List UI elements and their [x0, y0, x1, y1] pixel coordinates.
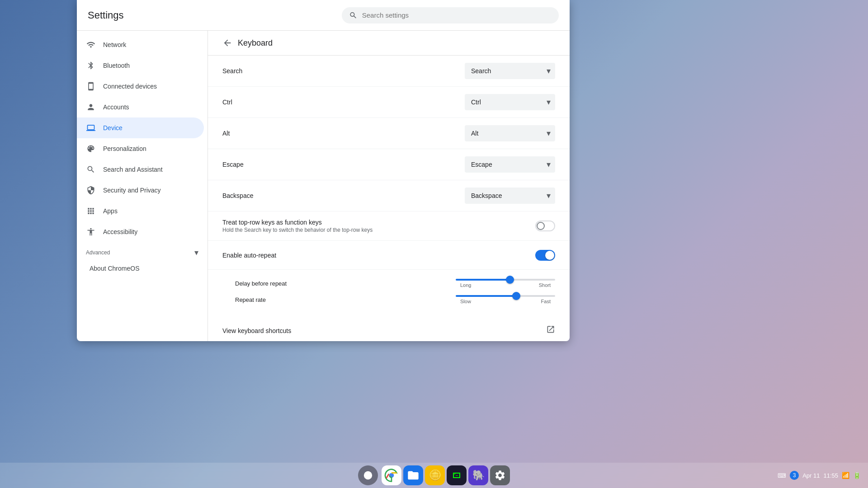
delay-min-label: Long [460, 282, 471, 288]
rate-row: Repeat rate Slow Fast [235, 291, 555, 308]
taskbar-app-terminal[interactable] [447, 465, 467, 485]
chevron-down-icon: ▾ [194, 248, 198, 258]
search-key-label: Search [222, 67, 242, 75]
advanced-section[interactable]: Advanced ▾ [77, 242, 208, 259]
security-icon [86, 185, 96, 195]
notification-badge[interactable]: 3 [790, 471, 799, 480]
backspace-key-dropdown-wrapper: Search Ctrl Alt Caps Lock Escape Backspa… [465, 188, 555, 204]
treat-toprow-row: Treat top-row keys as function keys Hold… [208, 211, 570, 241]
search-key-dropdown-wrapper: Search Ctrl Alt Caps Lock Escape Disable… [465, 63, 555, 79]
ctrl-key-dropdown[interactable]: Search Ctrl Alt Caps Lock Escape Disable… [465, 94, 555, 110]
taskbar-date: Apr 11 [802, 472, 820, 479]
search-key-dropdown[interactable]: Search Ctrl Alt Caps Lock Escape Disable… [465, 63, 555, 79]
backspace-key-row: Backspace Search Ctrl Alt Caps Lock Esca… [208, 180, 570, 211]
taskbar-time: 11:55 [823, 472, 838, 479]
rate-slider-container: Slow Fast [456, 295, 555, 304]
rate-slider-labels: Slow Fast [460, 299, 551, 304]
chrome-icon [384, 468, 399, 483]
battery-icon[interactable]: 🔋 [853, 472, 861, 479]
taskbar-app-4[interactable]: 🪙 [425, 465, 445, 485]
sidebar-item-apps[interactable]: Apps [77, 201, 204, 221]
delay-slider-labels: Long Short [460, 282, 551, 288]
sidebar-item-accessibility[interactable]: Accessibility [77, 221, 204, 242]
sidebar-label-network: Network [103, 41, 126, 48]
alt-key-row: Alt Search Ctrl Alt Caps Lock Escape Dis… [208, 118, 570, 149]
sidebar-label-device: Device [103, 124, 123, 131]
ctrl-key-label: Ctrl [222, 99, 232, 106]
taskbar-app-chrome[interactable] [382, 465, 401, 485]
wifi-icon [86, 40, 96, 50]
terminal-icon [451, 470, 462, 481]
back-button[interactable] [222, 38, 232, 48]
external-link-icon [546, 325, 555, 336]
treat-toprow-text: Treat top-row keys as function keys Hold… [222, 219, 373, 233]
search-icon [349, 11, 358, 20]
launcher-button[interactable] [358, 465, 378, 485]
palette-icon [86, 144, 96, 154]
accessibility-icon [86, 227, 96, 237]
ctrl-key-row: Ctrl Search Ctrl Alt Caps Lock Escape Di… [208, 87, 570, 118]
taskbar: 🪙 🐘 ⌨ 3 Apr 11 11:55 📶 🔋 [0, 463, 868, 488]
escape-key-dropdown[interactable]: Search Ctrl Alt Caps Lock Escape Disable… [465, 156, 555, 173]
sidebar-item-connected-devices[interactable]: Connected devices [77, 76, 204, 97]
laptop-icon [86, 123, 96, 133]
person-icon [86, 102, 96, 112]
taskbar-app-files[interactable] [403, 465, 423, 485]
bluetooth-icon [86, 61, 96, 70]
auto-repeat-toggle[interactable] [535, 250, 555, 261]
content-header: Keyboard [208, 31, 570, 56]
sidebar-label-apps: Apps [103, 207, 118, 215]
backspace-key-dropdown[interactable]: Search Ctrl Alt Caps Lock Escape Backspa… [465, 188, 555, 204]
taskbar-app-mastodon[interactable]: 🐘 [468, 465, 488, 485]
auto-repeat-label: Enable auto-repeat [222, 252, 276, 259]
sidebar-label-search-assistant: Search and Assistant [103, 166, 163, 173]
auto-repeat-toggle-knob [545, 251, 554, 260]
sidebar-item-personalization[interactable]: Personalization [77, 138, 204, 159]
delay-section: Delay before repeat Long Short Repeat ra… [208, 270, 570, 317]
settings-header: Settings [77, 0, 570, 31]
escape-key-dropdown-wrapper: Search Ctrl Alt Caps Lock Escape Disable… [465, 156, 555, 173]
sidebar-label-accessibility: Accessibility [103, 228, 137, 235]
search-assistant-icon [86, 164, 96, 174]
settings-icon [494, 469, 506, 481]
alt-key-dropdown[interactable]: Search Ctrl Alt Caps Lock Escape Disable… [465, 125, 555, 141]
sidebar-label-connected-devices: Connected devices [103, 83, 157, 90]
backspace-key-label: Backspace [222, 192, 253, 199]
sidebar-label-security-privacy: Security and Privacy [103, 187, 161, 194]
rate-slider[interactable] [456, 295, 555, 297]
input-method-icon[interactable]: ⌨ [778, 472, 786, 479]
ctrl-key-dropdown-wrapper: Search Ctrl Alt Caps Lock Escape Disable… [465, 94, 555, 110]
sidebar-label-personalization: Personalization [103, 145, 146, 152]
sidebar: Network Bluetooth Connected devices [77, 31, 208, 341]
keyboard-shortcuts-label: View keyboard shortcuts [222, 327, 291, 334]
rate-min-label: Slow [460, 299, 471, 304]
keyboard-shortcuts-row[interactable]: View keyboard shortcuts [208, 317, 570, 341]
rate-max-label: Fast [541, 299, 551, 304]
svg-point-0 [364, 471, 372, 479]
advanced-label: Advanced [86, 249, 110, 256]
treat-toprow-toggle[interactable] [535, 221, 555, 231]
sidebar-item-device[interactable]: Device [77, 117, 204, 138]
app-title: Settings [88, 9, 124, 21]
sidebar-item-about-chromeos[interactable]: About ChromeOS [77, 259, 204, 277]
taskbar-app-settings[interactable] [490, 465, 510, 485]
sidebar-item-search-assistant[interactable]: Search and Assistant [77, 159, 204, 180]
content-title: Keyboard [238, 38, 273, 48]
auto-repeat-row: Enable auto-repeat [208, 241, 570, 270]
sidebar-item-network[interactable]: Network [77, 34, 204, 55]
files-icon [407, 469, 420, 482]
treat-toprow-sublabel: Hold the Search key to switch the behavi… [222, 227, 373, 233]
delay-slider[interactable] [456, 279, 555, 281]
sidebar-label-accounts: Accounts [103, 103, 129, 111]
sidebar-item-accounts[interactable]: Accounts [77, 97, 204, 117]
system-tray: ⌨ 3 Apr 11 11:55 📶 🔋 [778, 471, 861, 480]
search-input[interactable] [362, 11, 552, 19]
delay-label: Delay before repeat [235, 280, 298, 287]
sidebar-item-security-privacy[interactable]: Security and Privacy [77, 180, 204, 201]
wifi-status-icon[interactable]: 📶 [842, 472, 849, 479]
search-bar[interactable] [342, 7, 559, 23]
rate-label: Repeat rate [235, 296, 298, 303]
sidebar-item-bluetooth[interactable]: Bluetooth [77, 55, 204, 76]
main-content: Keyboard Search Search Ctrl Alt Caps Loc… [208, 31, 570, 341]
escape-key-row: Escape Search Ctrl Alt Caps Lock Escape … [208, 149, 570, 180]
